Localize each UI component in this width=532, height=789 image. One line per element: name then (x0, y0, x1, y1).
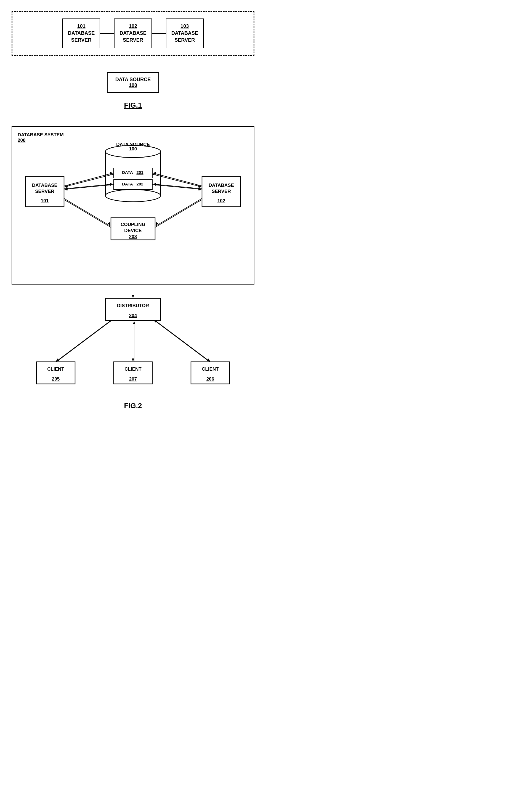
svg-line-36 (153, 184, 202, 189)
svg-marker-37 (153, 183, 156, 186)
svg-text:CLIENT: CLIENT (47, 367, 64, 372)
db-server-103-label: DATABASESERVER (171, 30, 198, 43)
svg-marker-60 (133, 321, 135, 324)
db-server-102-num: 102 (119, 23, 146, 30)
svg-line-38 (152, 185, 202, 189)
svg-text:202: 202 (136, 182, 143, 186)
fig1-datasource-box: DATA SOURCE 100 (107, 72, 159, 93)
svg-text:CLIENT: CLIENT (202, 367, 219, 372)
svg-text:201: 201 (136, 170, 143, 175)
svg-line-55 (57, 320, 112, 361)
h-connector-2 (152, 33, 166, 34)
svg-marker-58 (132, 358, 134, 362)
svg-line-42 (64, 200, 111, 227)
h-connector-1 (100, 33, 114, 34)
db-server-101-label: DATABASESERVER (68, 30, 95, 43)
svg-text:205: 205 (52, 376, 60, 382)
db-server-102: 102 DATABASESERVER (114, 18, 152, 48)
db-server-103: 103 DATABASESERVER (166, 18, 204, 48)
svg-line-32 (153, 173, 202, 186)
svg-rect-17 (114, 180, 152, 190)
fig2-bottom-svg: DISTRIBUTOR 204 CLIENT 205 (20, 284, 246, 395)
svg-text:DATA: DATA (122, 182, 133, 186)
svg-text:SERVER: SERVER (212, 189, 231, 194)
fig1-servers-row: 101 DATABASESERVER 102 DATABASESERVER 10… (62, 18, 204, 48)
fig2-svg: DATABASE SERVER 101 DATABASE SERVER 102 … (20, 143, 246, 276)
svg-text:101: 101 (41, 198, 49, 203)
svg-line-61 (155, 320, 210, 362)
svg-text:204: 204 (129, 313, 137, 318)
svg-text:100: 100 (129, 146, 137, 151)
svg-text:203: 203 (129, 234, 137, 239)
fig1-caption: FIG.1 (12, 101, 254, 110)
svg-line-40 (64, 199, 110, 226)
svg-marker-29 (110, 183, 113, 186)
svg-marker-49 (132, 295, 134, 298)
svg-line-28 (64, 184, 113, 189)
db-server-102-label: DATABASESERVER (119, 30, 146, 43)
svg-text:206: 206 (206, 376, 214, 382)
fig1-vertical-connector (12, 56, 254, 72)
fig1-dashed-box: 101 DATABASESERVER 102 DATABASESERVER 10… (12, 11, 254, 56)
fig1-datasource-wrapper: DATA SOURCE 100 (12, 72, 254, 93)
svg-text:DEVICE: DEVICE (124, 228, 141, 233)
svg-text:207: 207 (129, 376, 137, 382)
svg-line-46 (155, 200, 202, 227)
fig1-diagram: 101 DATABASESERVER 102 DATABASESERVER 10… (12, 11, 254, 110)
svg-text:DATA: DATA (122, 170, 133, 175)
svg-line-63 (154, 320, 209, 361)
svg-point-11 (106, 190, 160, 202)
fig2-distributor-section: DISTRIBUTOR 204 CLIENT 205 (12, 284, 254, 395)
fig2-outer-box: DATABASE SYSTEM 200 DATABASE SERVER 101 … (12, 126, 254, 284)
svg-text:SERVER: SERVER (35, 189, 54, 194)
svg-line-44 (156, 199, 202, 226)
db-server-103-num: 103 (171, 23, 198, 30)
svg-line-30 (64, 185, 114, 189)
fig2-diagram: DATABASE SYSTEM 200 DATABASE SERVER 101 … (12, 126, 254, 410)
svg-rect-14 (114, 168, 152, 178)
fig2-system-num: 200 (18, 138, 25, 143)
svg-text:102: 102 (217, 198, 225, 203)
svg-text:DISTRIBUTOR: DISTRIBUTOR (117, 303, 149, 308)
fig1-datasource-label: DATA SOURCE (115, 77, 151, 82)
fig1-datasource-num: 100 (115, 82, 151, 88)
svg-text:COUPLING: COUPLING (120, 222, 146, 227)
db-server-101-num: 101 (68, 23, 95, 30)
svg-text:DATABASE: DATABASE (32, 183, 57, 188)
svg-text:DATABASE: DATABASE (209, 183, 234, 188)
db-server-101: 101 DATABASESERVER (62, 18, 100, 48)
fig2-system-label: DATABASE SYSTEM 200 (18, 132, 248, 143)
fig2-caption: FIG.2 (12, 401, 254, 410)
svg-line-24 (64, 173, 113, 186)
svg-text:CLIENT: CLIENT (125, 367, 141, 372)
svg-line-53 (56, 320, 111, 362)
